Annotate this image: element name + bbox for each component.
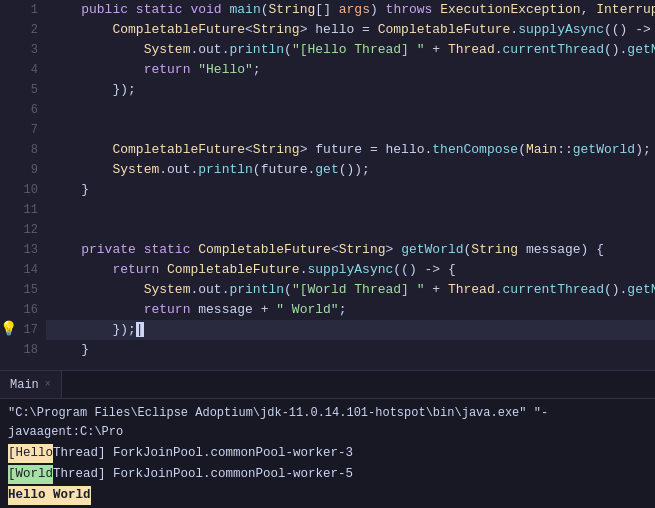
code-line-8: 8 CompletableFuture<String> future = hel… xyxy=(0,140,655,160)
token: > hello = xyxy=(300,22,378,37)
code-line-13: 13 private static CompletableFuture<Stri… xyxy=(0,240,655,260)
token: void xyxy=(190,2,221,17)
line-number-12: 12 xyxy=(16,220,46,240)
token: String xyxy=(253,22,300,37)
token: < xyxy=(245,22,253,37)
line-content-14: return CompletableFuture.supplyAsync(() … xyxy=(46,260,655,280)
code-line-14: 14 return CompletableFuture.supplyAsync(… xyxy=(0,260,655,280)
token: return xyxy=(144,62,191,77)
token xyxy=(50,42,144,57)
main-tab[interactable]: Main × xyxy=(0,371,62,398)
token: CompletableFuture xyxy=(378,22,511,37)
token: | xyxy=(136,322,144,337)
line-content-3: System.out.println("[Hello Thread] " + T… xyxy=(46,40,655,60)
code-line-18: 18 } xyxy=(0,340,655,360)
token: , xyxy=(581,2,597,17)
line-number-14: 14 xyxy=(16,260,46,280)
bottom-panel: Main × "C:\Program Files\Eclipse Adoptiu… xyxy=(0,370,655,508)
token: > future = hello. xyxy=(300,142,433,157)
token: ( xyxy=(261,2,269,17)
token xyxy=(136,242,144,257)
panel-tabs-bar: Main × xyxy=(0,371,655,399)
token: }); xyxy=(112,322,135,337)
token: > xyxy=(386,242,402,257)
tab-close-icon[interactable]: × xyxy=(45,379,51,390)
token: "[Hello Thread] " xyxy=(292,42,425,57)
output-line-3: [World Thread] ForkJoinPool.commonPool-w… xyxy=(0,464,655,485)
output-line-4: Hello World xyxy=(0,485,655,506)
token: static xyxy=(144,242,191,257)
token: "Hello" xyxy=(198,62,253,77)
code-line-1: 1 public static void main(String[] args)… xyxy=(0,0,655,20)
token: System xyxy=(112,162,159,177)
line-content-17: });| xyxy=(46,320,655,340)
token: (() -> { xyxy=(604,22,655,37)
token: System xyxy=(144,42,191,57)
token: ( xyxy=(518,142,526,157)
token: .out. xyxy=(190,42,229,57)
token: message + xyxy=(190,302,276,317)
token: println xyxy=(229,282,284,297)
code-line-4: 4 return "Hello"; xyxy=(0,60,655,80)
token: supplyAsync xyxy=(518,22,604,37)
output-line-2: [Hello Thread] ForkJoinPool.commonPool-w… xyxy=(0,443,655,464)
line-number-2: 2 xyxy=(16,20,46,40)
panel-output: "C:\Program Files\Eclipse Adoptium\jdk-1… xyxy=(0,399,655,508)
token: ); xyxy=(635,142,651,157)
lightbulb-icon[interactable]: 💡 xyxy=(0,320,17,337)
line-content-2: CompletableFuture<String> hello = Comple… xyxy=(46,20,655,40)
token: supplyAsync xyxy=(307,262,393,277)
token: (future. xyxy=(253,162,315,177)
token xyxy=(159,262,167,277)
line-number-7: 7 xyxy=(16,120,46,140)
code-line-15: 15 System.out.println("[World Thread] " … xyxy=(0,280,655,300)
token: } xyxy=(50,342,89,357)
token xyxy=(128,2,136,17)
token: . xyxy=(510,22,518,37)
token xyxy=(50,142,112,157)
line-number-10: 10 xyxy=(16,180,46,200)
token: println xyxy=(198,162,253,177)
editor-container: 1 public static void main(String[] args)… xyxy=(0,0,655,370)
token xyxy=(50,322,112,337)
line-content-5: }); xyxy=(46,80,655,100)
token: < xyxy=(331,242,339,257)
token: InterruptedException xyxy=(596,2,655,17)
token: ; xyxy=(253,62,261,77)
token: CompletableFuture xyxy=(112,22,245,37)
code-line-17: 💡17 });| xyxy=(0,320,655,340)
line-content-16: return message + " World"; xyxy=(46,300,655,320)
token: ; xyxy=(339,302,347,317)
token: String xyxy=(253,142,300,157)
line-number-17: 17 xyxy=(16,320,46,340)
token: args xyxy=(331,2,370,17)
token: throws xyxy=(386,2,433,17)
line-content-11 xyxy=(46,200,655,220)
token: }); xyxy=(112,82,135,97)
token xyxy=(50,242,81,257)
token: CompletableFuture xyxy=(198,242,331,257)
token: ) xyxy=(370,2,386,17)
token: thenCompose xyxy=(432,142,518,157)
token: Main xyxy=(526,142,557,157)
gutter-17: 💡 xyxy=(0,320,16,337)
token xyxy=(50,22,112,37)
line-number-4: 4 xyxy=(16,60,46,80)
token: ( xyxy=(284,42,292,57)
line-number-18: 18 xyxy=(16,340,46,360)
token: + xyxy=(425,42,448,57)
token: (() -> { xyxy=(393,262,455,277)
token: return xyxy=(144,302,191,317)
line-number-3: 3 xyxy=(16,40,46,60)
code-editor[interactable]: 1 public static void main(String[] args)… xyxy=(0,0,655,360)
token: ( xyxy=(284,282,292,297)
output-suffix: Thread] ForkJoinPool.commonPool-worker-5 xyxy=(53,465,353,484)
token: private xyxy=(81,242,136,257)
tab-label: Main xyxy=(10,378,39,392)
line-content-18: } xyxy=(46,340,655,360)
line-number-9: 9 xyxy=(16,160,46,180)
code-line-5: 5 }); xyxy=(0,80,655,100)
token: getWorld xyxy=(573,142,635,157)
token: [] xyxy=(315,2,331,17)
token: :: xyxy=(557,142,573,157)
